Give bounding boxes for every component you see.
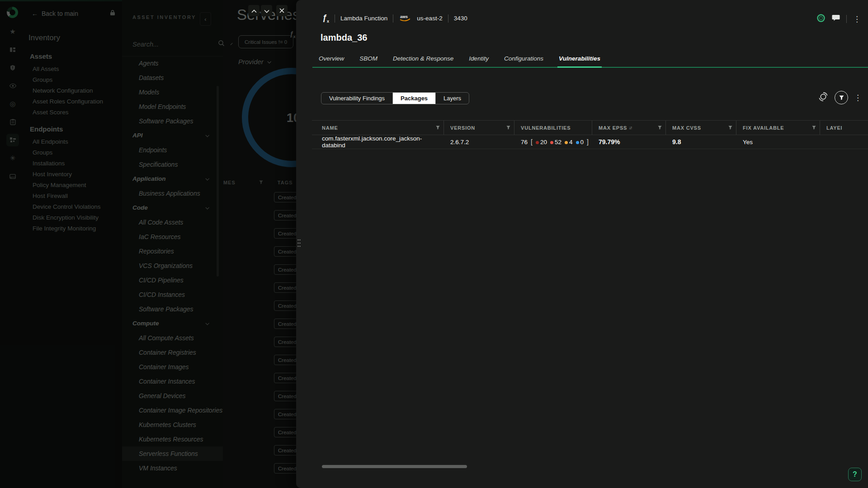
tab-sbom[interactable]: SBOM — [359, 55, 377, 62]
asset-detail-drawer: ƒx Lambda Function aws us-east-2 3430 ⋮ … — [296, 0, 868, 488]
filter-funnel-icon[interactable] — [436, 125, 440, 131]
low-dot-icon — [576, 141, 579, 144]
critical-dot-icon — [536, 141, 539, 144]
subtab-vulnerability-findings[interactable]: Vulnerability Findings — [321, 93, 393, 104]
vulnerability-view-switcher: Vulnerability Findings Packages Layers — [321, 92, 469, 104]
col-max-epss: MAX EPSS — [599, 125, 627, 131]
filter-funnel-icon[interactable] — [812, 125, 816, 131]
aws-logo-icon: aws — [399, 14, 411, 23]
col-layers: LAYERS — [826, 125, 842, 131]
sort-icon[interactable]: ↓↑ — [629, 125, 632, 130]
svg-text:aws: aws — [400, 14, 408, 19]
drawer-resize-handle[interactable] — [297, 238, 301, 250]
subtab-packages[interactable]: Packages — [393, 93, 436, 104]
high-count: 52 — [555, 139, 561, 145]
next-asset-button[interactable] — [261, 5, 272, 16]
package-version: 2.6.7.2 — [450, 139, 469, 145]
more-options-icon[interactable]: ⋮ — [853, 15, 861, 23]
asset-type-label: Lambda Function — [340, 15, 387, 22]
fix-available-value: Yes — [743, 139, 753, 145]
medium-dot-icon — [565, 141, 568, 144]
col-vulnerabilities: VULNERABILITIES — [521, 125, 571, 131]
asset-title: lambda_36 — [321, 33, 367, 43]
region-label: us-east-2 — [417, 15, 442, 22]
drawer-header-actions: ⋮ — [816, 14, 861, 24]
close-icon — [279, 7, 284, 15]
filter-funnel-icon[interactable] — [658, 125, 662, 131]
horizontal-scrollbar[interactable] — [322, 465, 467, 468]
asset-count: 3430 — [454, 15, 467, 22]
table-actions: ⋮ — [818, 91, 862, 104]
package-name: com.fasterxml.jackson.core_jackson-datab… — [322, 135, 440, 149]
packages-table-header: NAME VERSION VULNERABILITIES MAX EPSS ↓↑… — [312, 120, 868, 135]
recon-ring-icon[interactable] — [816, 14, 826, 24]
chevron-down-icon — [264, 7, 269, 15]
col-max-cvss: MAX CVSS — [672, 125, 701, 131]
package-row[interactable]: com.fasterxml.jackson.core_jackson-datab… — [312, 135, 868, 149]
high-dot-icon — [550, 141, 553, 144]
subtab-layers[interactable]: Layers — [436, 93, 469, 104]
chevron-up-icon — [251, 7, 257, 15]
lambda-fx-icon: ƒx — [322, 14, 329, 23]
comments-icon[interactable] — [832, 14, 840, 23]
tab-detection-response[interactable]: Detection & Response — [393, 55, 453, 62]
max-epss-value: 79.79% — [599, 138, 620, 145]
low-count: 0 — [580, 139, 584, 145]
col-fix-available: FIX AVAILABLE — [743, 125, 784, 131]
max-cvss-value: 9.8 — [672, 138, 681, 145]
col-name: NAME — [322, 125, 338, 131]
drawer-tabs: Overview SBOM Detection & Response Ident… — [312, 55, 868, 68]
help-button[interactable]: ? — [848, 468, 862, 481]
vulnerability-counts: 76 [ 20 52 4 0 ] — [521, 138, 589, 145]
previous-asset-button[interactable] — [248, 5, 259, 16]
medium-count: 4 — [569, 139, 573, 145]
packages-table: NAME VERSION VULNERABILITIES MAX EPSS ↓↑… — [312, 120, 868, 149]
drawer-controls — [248, 5, 289, 16]
close-drawer-button[interactable] — [276, 5, 288, 16]
tab-overview[interactable]: Overview — [319, 55, 344, 62]
tab-vulnerabilities[interactable]: Vulnerabilities — [559, 55, 600, 62]
rescan-icon[interactable] — [818, 91, 829, 104]
vuln-total: 76 — [521, 139, 528, 145]
filter-funnel-icon[interactable] — [728, 125, 732, 131]
filter-button[interactable] — [835, 91, 848, 104]
critical-count: 20 — [540, 139, 547, 145]
app-screen: ← Back to main ★ ◎ ✳ — [0, 0, 868, 488]
filter-funnel-icon[interactable] — [506, 125, 510, 131]
drawer-breadcrumb: ƒx Lambda Function aws us-east-2 3430 — [322, 14, 467, 23]
tab-configurations[interactable]: Configurations — [504, 55, 543, 62]
table-more-options-icon[interactable]: ⋮ — [854, 94, 862, 102]
col-version: VERSION — [450, 125, 475, 131]
tab-identity[interactable]: Identity — [469, 55, 489, 62]
